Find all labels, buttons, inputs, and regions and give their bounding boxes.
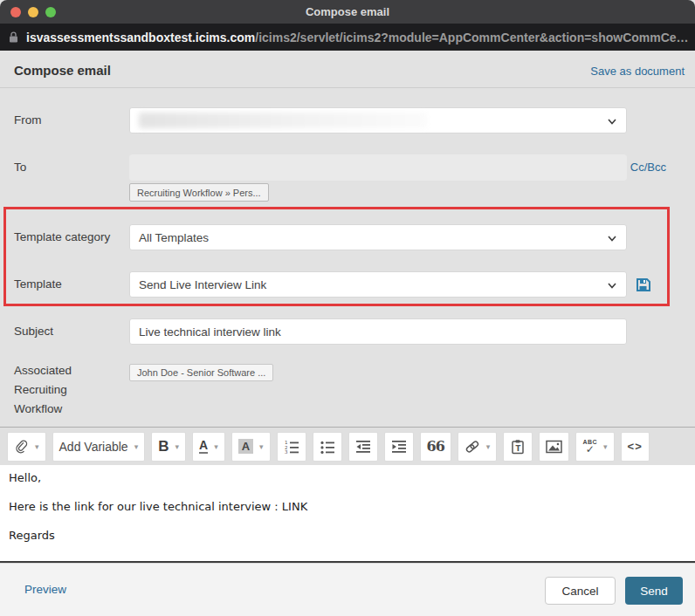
paperclip-icon bbox=[14, 439, 29, 455]
attach-file-button[interactable]: ▾ bbox=[7, 432, 46, 462]
chevron-down-icon bbox=[606, 279, 618, 291]
body-line: Regards bbox=[9, 529, 686, 542]
from-label: From bbox=[14, 107, 42, 133]
from-value-redacted bbox=[139, 113, 427, 128]
lock-icon bbox=[9, 31, 18, 43]
body-line: Here is the link for our live technical … bbox=[9, 500, 686, 513]
dropdown-caret-icon: ▾ bbox=[486, 442, 491, 451]
save-as-document-link[interactable]: Save as document bbox=[590, 65, 685, 78]
numbered-list-icon: 1 2 3 bbox=[284, 440, 299, 454]
spellcheck-icon: ABC ✓ bbox=[582, 439, 597, 455]
window-titlebar: Compose email bbox=[0, 0, 695, 24]
email-body-editor[interactable]: Hello, Here is the link for our live tec… bbox=[0, 465, 695, 561]
highlight-color-button[interactable]: A ▾ bbox=[231, 432, 271, 462]
dropdown-caret-icon: ▾ bbox=[603, 442, 608, 451]
bold-button[interactable]: B ▾ bbox=[151, 432, 186, 462]
source-code-button[interactable]: <> bbox=[621, 432, 650, 462]
template-category-value: All Templates bbox=[139, 231, 209, 244]
to-recipient-chip[interactable]: Recruiting Workflow » Pers... bbox=[129, 183, 269, 202]
url-bar[interactable]: isvassessmentssandboxtest.icims.com/icim… bbox=[0, 24, 695, 51]
paste-as-text-button[interactable]: T bbox=[503, 432, 533, 462]
outdent-icon bbox=[355, 440, 371, 454]
dropdown-caret-icon: ▾ bbox=[175, 442, 179, 451]
insert-image-button[interactable] bbox=[539, 432, 569, 462]
insert-link-button[interactable]: ▾ bbox=[458, 432, 498, 462]
traffic-light-buttons[interactable] bbox=[10, 7, 56, 17]
svg-text:T: T bbox=[516, 443, 521, 452]
template-select[interactable]: Send Live Interview Link bbox=[129, 271, 627, 298]
subject-label: Subject bbox=[14, 318, 53, 345]
zoom-window-icon[interactable] bbox=[45, 7, 56, 17]
body-line: Hello, bbox=[9, 471, 686, 484]
minimize-window-icon[interactable] bbox=[28, 7, 38, 17]
add-variable-button[interactable]: Add Variable ▾ bbox=[52, 432, 146, 462]
numbered-list-button[interactable]: 1 2 3 bbox=[277, 432, 306, 462]
url-domain: isvassessmentssandboxtest.icims.com bbox=[26, 31, 255, 44]
cancel-button[interactable]: Cancel bbox=[545, 577, 616, 605]
outdent-button[interactable] bbox=[348, 432, 378, 462]
cc-bcc-link[interactable]: Cc/Bcc bbox=[630, 154, 666, 181]
dropdown-caret-icon: ▾ bbox=[134, 442, 139, 451]
link-icon bbox=[464, 440, 480, 454]
url-path: /icims2/servlet/icims2?module=AppCommCen… bbox=[255, 31, 688, 44]
footer-bar: Preview Cancel Send bbox=[0, 563, 695, 616]
template-label: Template bbox=[14, 271, 62, 298]
dropdown-caret-icon: ▾ bbox=[35, 442, 39, 451]
image-icon bbox=[546, 440, 562, 454]
save-template-icon[interactable] bbox=[636, 277, 650, 292]
workflow-label: Associated Recruiting Workflow bbox=[14, 361, 101, 419]
subject-input[interactable] bbox=[129, 318, 627, 345]
page-title: Compose email bbox=[14, 63, 111, 78]
spellcheck-button[interactable]: ABC ✓ ▾ bbox=[575, 432, 614, 462]
svg-text:3: 3 bbox=[285, 449, 288, 454]
template-category-select[interactable]: All Templates bbox=[129, 224, 627, 250]
code-icon: <> bbox=[628, 440, 643, 453]
close-window-icon[interactable] bbox=[10, 7, 21, 17]
paste-as-text-icon: T bbox=[510, 439, 526, 455]
header-divider bbox=[0, 87, 695, 88]
template-value: Send Live Interview Link bbox=[139, 278, 266, 291]
from-select[interactable] bbox=[129, 107, 627, 133]
bullet-list-button[interactable] bbox=[313, 432, 342, 462]
template-category-label: Template category bbox=[14, 224, 110, 250]
to-label: To bbox=[14, 154, 26, 181]
blockquote-button[interactable]: 66 bbox=[420, 432, 451, 462]
to-input[interactable] bbox=[129, 154, 627, 181]
chevron-down-icon bbox=[606, 115, 618, 127]
window-title: Compose email bbox=[0, 0, 695, 24]
chevron-down-icon bbox=[606, 232, 618, 244]
bullet-list-icon bbox=[320, 440, 335, 454]
dropdown-caret-icon: ▾ bbox=[214, 442, 218, 451]
preview-link[interactable]: Preview bbox=[24, 583, 66, 596]
send-button[interactable]: Send bbox=[625, 577, 683, 605]
dropdown-caret-icon: ▾ bbox=[259, 442, 264, 451]
rte-toolbar: ▾ Add Variable ▾ B ▾ A ▾ A ▾ 1 2 3 bbox=[0, 427, 695, 465]
workflow-chip[interactable]: John Doe - Senior Software ... bbox=[129, 364, 273, 381]
font-color-button[interactable]: A ▾ bbox=[192, 432, 225, 462]
indent-button[interactable] bbox=[384, 432, 414, 462]
indent-icon bbox=[391, 440, 407, 454]
